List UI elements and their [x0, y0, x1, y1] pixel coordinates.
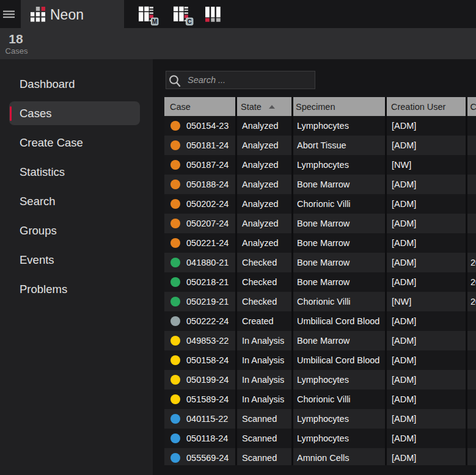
svg-text:C: C — [187, 18, 191, 25]
svg-text:M: M — [152, 18, 157, 25]
